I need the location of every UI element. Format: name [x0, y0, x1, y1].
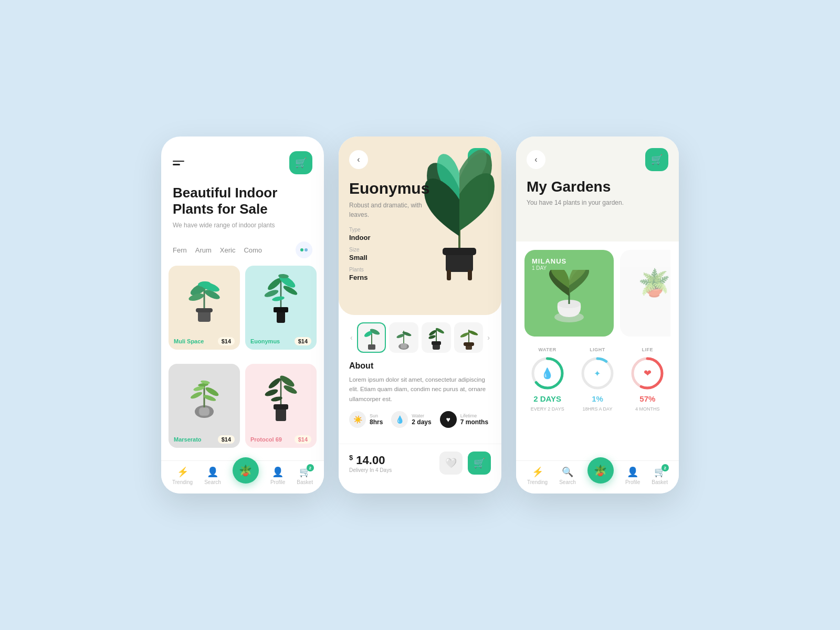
back-button[interactable]: ‹	[349, 150, 368, 169]
stat-water-label: Water	[412, 413, 431, 418]
garden-plant-image	[532, 270, 606, 329]
s3-nav-trending[interactable]: ⚡ Trending	[527, 466, 548, 485]
s2-plant-name: Euonymus	[349, 180, 491, 197]
svg-rect-44	[401, 343, 407, 349]
s3-nav-search-label: Search	[559, 479, 576, 485]
s2-plant-desc: Robust and dramatic, with leaves.	[349, 201, 427, 219]
favorite-button[interactable]: 🤍	[439, 452, 463, 475]
center-plant-icon[interactable]: 🪴	[233, 457, 259, 484]
screen1-phone: 🛒 Beautiful Indoor Plants for Sale We ha…	[161, 136, 324, 494]
metric-life-circle: ❤	[629, 355, 665, 391]
plant-name-mulispace: Muli Space	[174, 338, 204, 344]
plant-name-euonymus: Euonymus	[250, 338, 280, 344]
hero-title: Beautiful Indoor Plants for Sale	[173, 185, 312, 217]
basket-button[interactable]: 🛒	[289, 151, 312, 174]
categories-row: Fern Arum Xeric Como	[161, 238, 324, 266]
plant-metrics: WATER 💧 2 DAYS EVERY 2 DAYS	[524, 347, 670, 412]
thumb-3[interactable]	[422, 322, 451, 353]
cat-fern[interactable]: Fern	[173, 246, 187, 254]
s3-nav-basket[interactable]: 🛒 Basket	[652, 466, 668, 485]
light-icon: ✦	[594, 369, 601, 379]
metric-water-sub: EVERY 2 DAYS	[531, 406, 564, 412]
s3-profile-icon: 👤	[627, 466, 638, 478]
cat-xeric[interactable]: Xeric	[220, 246, 236, 254]
add-to-cart-button[interactable]: 🛒	[468, 452, 491, 475]
nav-basket-label: Basket	[297, 479, 313, 485]
plant-img-marserato	[169, 366, 240, 424]
garden-card-milanus[interactable]: MILANUS 1 DAY	[524, 250, 614, 337]
s3-back-button[interactable]: ‹	[527, 150, 545, 169]
spec-plants-value: Ferns	[349, 274, 491, 281]
svg-rect-49	[432, 341, 441, 345]
s3-nav-center-plant[interactable]: 🪴	[587, 468, 614, 484]
nav-profile[interactable]: 👤 Profile	[270, 466, 285, 485]
plant-name-protocol69: Protocol 69	[250, 436, 282, 443]
metric-water-value: 2 DAYS	[533, 394, 561, 403]
plant-img-euonymus	[245, 268, 317, 326]
thumb-4[interactable]	[454, 322, 484, 353]
spec-size-value: Small	[349, 254, 491, 261]
garden-card-second[interactable]: 🪴	[620, 250, 670, 337]
currency-symbol: $	[349, 454, 353, 461]
about-text: Lorem ipsum dolor sit amet, consectetur …	[349, 375, 491, 404]
s3-bottom-nav: ⚡ Trending 🔍 Search 🪴 👤 Profile 🛒 Basket	[516, 460, 679, 494]
nav-profile-label: Profile	[270, 479, 285, 485]
nav-center-plant[interactable]: 🪴	[233, 468, 259, 484]
nav-trending-label: Trending	[172, 479, 193, 485]
metric-water-inner: 💧	[530, 355, 565, 391]
filter-button[interactable]	[296, 242, 312, 258]
metric-light-label: LIGHT	[590, 347, 605, 352]
spec-size-label: Size	[349, 247, 491, 253]
garden-carousel: MILANUS 1 DAY	[524, 250, 670, 337]
filter-dot-blue	[304, 248, 308, 251]
svg-rect-1	[196, 308, 213, 312]
nav-trending[interactable]: ⚡ Trending	[172, 466, 193, 485]
metric-water-circle: 💧	[530, 355, 565, 391]
s2-price-value: $ 14.00	[349, 454, 392, 467]
s2-footer: $ 14.00 Delivery In 4 Days 🤍 🛒	[339, 444, 501, 482]
metric-water-label: WATER	[538, 347, 556, 352]
metric-light: LIGHT ✦ 1% 18HRS A DAY	[574, 347, 620, 412]
s3-basket-button[interactable]: 🛒	[645, 148, 668, 171]
plant-price-protocol69: $14	[295, 435, 311, 444]
s2-specs: Type Indoor Size Small Plants Ferns	[349, 227, 491, 281]
thumb-prev[interactable]: ‹	[349, 333, 354, 342]
price-number: 14.00	[356, 454, 385, 467]
cat-como[interactable]: Como	[244, 246, 262, 254]
screens-container: 🛒 Beautiful Indoor Plants for Sale We ha…	[151, 105, 689, 525]
thumb-2[interactable]	[389, 322, 418, 353]
stat-water-value: 2 days	[412, 418, 431, 426]
thumb-next[interactable]: ›	[486, 333, 491, 342]
stat-lifetime: ♥ Lifetime 7 months	[440, 411, 488, 428]
svg-rect-39	[368, 344, 375, 350]
basket-icon: 🛒	[299, 466, 311, 478]
s3-center-plant-icon[interactable]: 🪴	[587, 457, 614, 484]
hero-subtitle: We have wide range of indoor plants	[173, 222, 312, 229]
s3-title: My Gardens	[527, 178, 668, 195]
metric-life-inner: ❤	[629, 355, 665, 391]
stat-lifetime-value: 7 months	[460, 418, 488, 426]
plant-card-protocol69[interactable]: Protocol 69 $14	[245, 364, 317, 448]
hamburger-menu[interactable]	[173, 161, 184, 165]
svg-point-57	[459, 331, 469, 338]
s3-nav-profile[interactable]: 👤 Profile	[625, 466, 640, 485]
thumb-1[interactable]	[357, 322, 386, 353]
plant-card-euonymus[interactable]: Euonymus $14	[245, 266, 317, 350]
plant-card-footer-marserato: Marserato $14	[169, 431, 240, 448]
s3-nav-search[interactable]: 🔍 Search	[559, 466, 576, 485]
sun-icon: ☀️	[349, 411, 366, 428]
plant-name-marserato: Marserato	[174, 436, 202, 443]
nav-search[interactable]: 👤 Search	[204, 466, 221, 485]
plant-card-mulispace[interactable]: Muli Space $14	[169, 266, 240, 350]
about-title: About	[349, 361, 491, 371]
s3-basket-icon: 🛒	[654, 466, 666, 478]
plant-price-marserato: $14	[218, 435, 235, 444]
plant-card-marserato[interactable]: Marserato $14	[169, 364, 240, 448]
nav-basket[interactable]: 🛒 Basket	[297, 466, 313, 485]
heart-icon: ❤	[644, 368, 652, 379]
lifetime-icon: ♥	[440, 411, 457, 428]
s2-thumbnails: ‹	[349, 322, 491, 353]
s2-left-content: Euonymus Robust and dramatic, with leave…	[349, 180, 491, 281]
cat-arum[interactable]: Arum	[195, 246, 212, 254]
nav-search-label: Search	[204, 479, 221, 485]
